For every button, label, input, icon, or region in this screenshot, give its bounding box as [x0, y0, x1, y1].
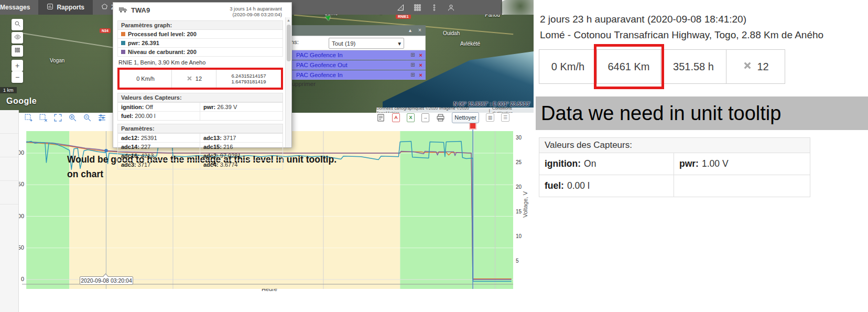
table-row: adc14: 227 adc15: 216	[118, 142, 283, 151]
tab-rapports[interactable]: Rapports	[38, 0, 93, 15]
sensors-section-header: Valeurs des Capteurs:	[539, 137, 810, 153]
clear-chart-button[interactable]: Nettoyer	[452, 112, 479, 123]
measure-ruler-icon[interactable]	[397, 4, 405, 12]
legend-item: pwr: 26.391	[117, 39, 283, 48]
legend-swatch	[121, 32, 125, 36]
table-view-toggle-icon[interactable]: ☰	[501, 113, 509, 122]
more-options-kebab-icon[interactable]	[430, 4, 438, 12]
notification-label: PAC Geofence Out	[296, 62, 348, 68]
map-search-button[interactable]	[12, 19, 23, 30]
print-icon[interactable]	[436, 113, 445, 122]
delete-icon[interactable]: ×	[419, 72, 422, 78]
scrollbar-thumb[interactable]	[287, 25, 291, 61]
summary-list-icon[interactable]	[376, 113, 385, 122]
select-x-range-icon[interactable]	[39, 113, 48, 122]
export-pdf-icon[interactable]: A	[392, 113, 400, 122]
unit-speed: 0 Km/h	[120, 70, 172, 88]
table-row: ignition: On pwr: 1.00 V	[539, 153, 810, 175]
notification-row[interactable]: PAC Geofence In ⊞ ×	[290, 50, 426, 60]
tab-label: Messages	[0, 4, 30, 11]
chevron-down-icon: ▾	[398, 40, 401, 47]
legend-label: Processed fuel level: 200	[128, 31, 197, 37]
map-place-label: Ouidah	[443, 30, 460, 36]
annotation-highlight-note: Data we need in unit tooltip	[536, 96, 868, 130]
zoom-in-icon[interactable]	[68, 113, 77, 122]
chart-view-toggle-icon[interactable]: ▥	[486, 113, 494, 122]
legend-item: Niveau de carburant: 200	[117, 48, 283, 57]
screenshot-stage: Vogan Comé Segbohoué Ouidah Pahou Avléké…	[0, 0, 868, 312]
legend-swatch	[121, 50, 125, 54]
report-icon	[47, 3, 53, 12]
notifications-filter-select[interactable]: Tout (19) ▾	[329, 38, 404, 49]
unit-address: RNIE 1, Benin, 3.90 Km de Aneho	[117, 57, 283, 68]
unit-satellites: 12	[726, 50, 785, 83]
unit-satellites: 12	[172, 70, 216, 88]
chart-toolbar-left	[24, 111, 121, 124]
notification-row[interactable]: PAC Geofence In ⊞ ×	[290, 70, 426, 80]
table-row: ignition: Off pwr: 26.39 V	[118, 103, 283, 111]
table-row: adc16: 4213 adc2: 97.0281	[118, 151, 283, 160]
expand-box-icon[interactable]: ⊞	[410, 62, 415, 68]
legend-label: pwr: 26.391	[128, 40, 159, 46]
scroll-up-icon[interactable]: ▲	[286, 17, 291, 22]
map-place-label: Vogan	[50, 58, 64, 63]
unit-name: TWA9	[131, 6, 150, 14]
select-value: Tout (19)	[332, 40, 355, 47]
annotation-red-box: 0 Km/h 12 6.24315214157 1.64793181419	[117, 68, 283, 90]
section-sensors: Valeurs des Capteurs:	[117, 93, 283, 102]
legend-swatch	[121, 41, 125, 45]
map-place-label: Pahou	[485, 15, 500, 18]
map-place-label: Avlékété	[460, 41, 480, 47]
legend-item: Processed fuel level: 200	[117, 30, 283, 39]
minus-icon: −	[15, 73, 19, 81]
table-row: adc3: 3717 adc4: 3.6774	[118, 160, 283, 169]
collapse-icon[interactable]: ▴	[409, 27, 411, 33]
map-visibility-button[interactable]	[12, 32, 23, 44]
annotation-note-line2: on chart	[67, 169, 103, 180]
expand-box-icon[interactable]: ⊞	[410, 72, 415, 78]
map-layers-button[interactable]	[12, 45, 23, 57]
button-label: Nettoyer	[454, 114, 476, 121]
params-table: adc12: 25391 adc13: 3717 adc14: 227 adc1…	[117, 133, 283, 169]
legend-label: Niveau de carburant: 200	[128, 49, 197, 55]
fit-expand-icon[interactable]	[53, 113, 62, 122]
tab-label: Rapports	[57, 4, 84, 11]
map-corner-thumbnail	[501, 0, 534, 15]
section-params-graph: Paramètres graph:	[117, 20, 283, 30]
export-file-icon[interactable]: →	[421, 113, 429, 122]
expand-box-icon[interactable]: ⊞	[410, 52, 415, 58]
zoom-out-button[interactable]: −	[12, 71, 23, 83]
user-account-icon[interactable]	[447, 4, 455, 12]
chart-toolbar-right: A X → Nettoyer ▥ ☰	[376, 111, 509, 124]
notifications-header[interactable]	[290, 25, 426, 36]
notification-row[interactable]: PAC Geofence Out ⊞ ×	[290, 60, 426, 70]
notification-label: PAC Geofence In	[296, 72, 343, 78]
tracking-app-window: Vogan Comé Segbohoué Ouidah Pahou Avléké…	[0, 0, 535, 312]
close-icon[interactable]: ×	[418, 27, 421, 33]
message-age-line: 2 jours 23 h auparavant (2020-09-08 18:4…	[540, 14, 746, 25]
section-params: Paramètres:	[117, 124, 283, 133]
delete-icon[interactable]: ×	[419, 52, 422, 58]
road-badge-rnie1: RNIE1	[396, 15, 411, 19]
table-row: adc12: 25391 adc13: 3717	[118, 134, 283, 142]
unit-tooltip-popup: TWA9 3 jours 14 h auparavant (2020-09-08…	[113, 2, 292, 148]
satellite-icon	[186, 75, 193, 83]
truck-icon	[118, 6, 128, 15]
table-row: fuel: 200.00 l	[118, 111, 283, 120]
sensors-table: ignition: Off pwr: 26.39 V fuel: 200.00 …	[117, 102, 283, 121]
apps-grid-icon[interactable]	[414, 4, 421, 12]
notification-label: PAC Geofence In	[296, 52, 343, 58]
zoom-out-icon[interactable]	[83, 113, 92, 122]
unit-position-arrow-icon[interactable]	[324, 15, 331, 20]
satellite-icon	[742, 60, 753, 73]
tab-messages[interactable]: Messages	[0, 0, 38, 15]
layers-icon	[14, 47, 21, 55]
unit-coordinates: 6.24315214157 1.64793181419	[216, 70, 281, 88]
zoom-in-button[interactable]: +	[12, 60, 23, 71]
unit-engine-hours: 351.58 h	[661, 50, 726, 83]
chart-settings-sliders-icon[interactable]	[97, 113, 106, 122]
select-area-icon[interactable]	[24, 113, 33, 122]
tooltip-scrollbar[interactable]: ▲	[285, 17, 291, 147]
export-xls-icon[interactable]: X	[407, 113, 415, 122]
delete-icon[interactable]: ×	[419, 62, 422, 68]
